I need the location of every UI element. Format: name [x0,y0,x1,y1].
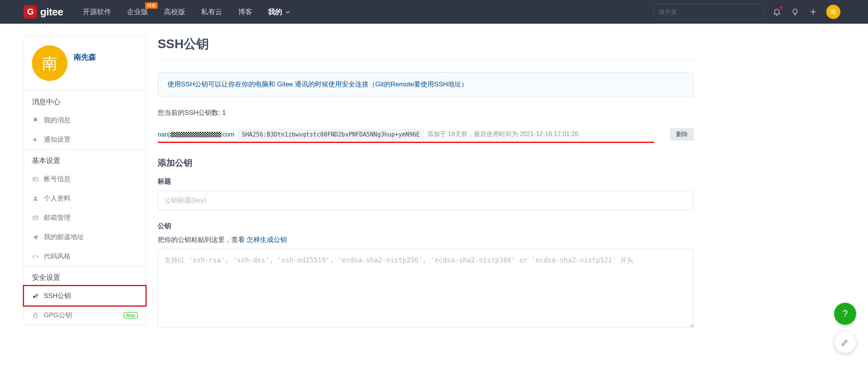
form-group-title: 标题 [158,177,694,210]
main-content: SSH公钥 使用SSH公钥可以让你在你的电脑和 Gitee 通讯的时候使用安全连… [158,36,694,340]
nav-opensource[interactable]: 开源软件 [83,7,111,17]
sidebar-item-label: 我的消息 [44,116,71,125]
svg-point-2 [34,178,35,180]
container: 南 南先森 消息中心 我的消息 通知设置 基本设置 帐号信息 个人资料 [0,24,868,352]
beta-badge: Beta [124,312,138,318]
idcard-icon [32,176,39,182]
svg-point-5 [33,296,35,298]
nav-links: 开源软件 企业版 特惠 高校版 私有云 博客 我的 [83,7,290,17]
feedback-button[interactable] [834,331,856,352]
volume-icon [32,137,39,143]
add-key-title: 添加公钥 [158,157,694,169]
ssh-key-row: nanjcom SHA256:B3Dtn1zbwvqtstc08FND2bxPN… [158,128,694,143]
key-count: 您当前的SSH公钥数: 1 [158,108,694,117]
avatar[interactable]: 南 [826,5,840,19]
nav-enterprise-label: 企业版 [127,8,148,16]
key-email-prefix: nanj [158,131,170,138]
send-icon [32,234,39,240]
sidebar-item-account[interactable]: 帐号信息 [24,169,145,189]
key-meta: 添加于 16天前，最后使用时间为 2021-12-16 17:01:26 [427,130,578,139]
code-icon [32,253,39,260]
sidebar-item-label: GPG公钥 [44,311,72,320]
question-icon: ? [842,308,848,319]
lock-icon [32,312,39,318]
nav-enterprise[interactable]: 企业版 特惠 [127,7,148,17]
sidebar-item-label: 代码风格 [44,252,71,261]
mail-icon [32,215,39,221]
svg-rect-1 [33,177,38,181]
key-hash: SHA256:B3Dtn1zbwvqtstc08FND2bxPNFDA5NNg3… [238,129,423,140]
sidebar-item-label: 邮箱管理 [44,213,71,222]
avatar-large[interactable]: 南 [32,45,67,81]
key-title-input[interactable] [158,191,694,210]
avatar-initial: 南 [830,8,836,16]
plus-icon[interactable] [808,7,818,17]
key-count-prefix: 您当前的SSH公钥数: [158,109,222,116]
sidebar-item-label: SSH公钥 [44,291,71,300]
top-nav: G gitee 开源软件 企业版 特惠 高校版 私有云 博客 我的 [0,0,868,24]
menu-security: 安全设置 SSH公钥 GPG公钥 Beta [24,266,145,325]
field-label-key: 公钥 [158,221,694,230]
key-email-suffix: com [222,131,234,138]
nav-my[interactable]: 我的 [268,7,290,17]
field-hint: 把你的公钥粘贴到这里，查看 怎样生成公钥 [158,235,694,244]
obscured-icon [170,132,222,137]
logo-icon: G [24,5,37,19]
key-count-value: 1 [222,109,225,116]
nav-right: 南 [654,4,840,20]
sidebar-item-label: 个人资料 [44,194,71,203]
sidebar-item-gpg-key[interactable]: GPG公钥 Beta [24,305,145,325]
sidebar-item-ssh-key[interactable]: SSH公钥 [23,285,147,307]
sidebar: 南 南先森 消息中心 我的消息 通知设置 基本设置 帐号信息 个人资料 [24,36,146,325]
sidebar-profile: 南 南先森 [24,36,145,90]
form-group-key: 公钥 把你的公钥粘贴到这里，查看 怎样生成公钥 [158,221,694,329]
sidebar-item-label: 帐号信息 [44,174,71,184]
menu-section-title: 基本设置 [24,149,145,169]
user-icon [32,195,39,202]
info-box: 使用SSH公钥可以让你在你的电脑和 Gitee 通讯的时候使用安全连接（Git的… [158,72,694,96]
annotation-underline [158,142,654,143]
help-button[interactable]: ? [834,303,856,325]
chevron-down-icon [286,8,290,16]
key-icon [32,293,39,299]
key-email[interactable]: nanjcom [158,131,234,138]
username[interactable]: 南先森 [74,52,96,62]
lightbulb-icon[interactable] [790,7,800,17]
edit-icon [840,337,850,347]
nav-blog[interactable]: 博客 [238,7,252,17]
delete-button[interactable]: 删除 [670,128,694,140]
sidebar-item-notification-settings[interactable]: 通知设置 [24,130,145,149]
svg-point-3 [34,196,36,198]
menu-messages: 消息中心 我的消息 通知设置 [24,90,145,149]
notification-dot [779,6,783,10]
nav-university[interactable]: 高校版 [164,7,185,17]
brand-logo[interactable]: G gitee [24,5,63,19]
bell-icon [32,117,39,124]
notification-icon[interactable] [772,7,782,17]
page-title: SSH公钥 [158,36,694,60]
sidebar-item-label: 通知设置 [44,135,71,144]
field-hint-prefix: 把你的公钥粘贴到这里，查看 [158,236,247,244]
menu-section-title: 安全设置 [24,266,145,286]
fab-group: ? [834,303,856,352]
how-to-generate-link[interactable]: 怎样生成公钥 [247,236,287,244]
sidebar-item-profile[interactable]: 个人资料 [24,189,145,208]
menu-section-title: 消息中心 [24,90,145,111]
sidebar-item-email[interactable]: 邮箱管理 [24,208,145,227]
nav-badge-tehui: 特惠 [145,2,158,9]
sidebar-item-code-style[interactable]: 代码风格 [24,247,145,266]
sidebar-item-label: 我的邮递地址 [44,232,84,242]
nav-my-label: 我的 [268,8,282,16]
field-label-title: 标题 [158,177,694,186]
nav-private[interactable]: 私有云 [201,7,222,17]
svg-point-0 [793,9,797,13]
search-input[interactable] [659,9,759,15]
search-input-wrap[interactable] [654,4,764,20]
key-textarea[interactable] [158,249,694,328]
menu-basic: 基本设置 帐号信息 个人资料 邮箱管理 我的邮递地址 代码风格 [24,149,145,266]
sidebar-item-address[interactable]: 我的邮递地址 [24,227,145,247]
svg-rect-6 [34,315,37,318]
brand-name: gitee [40,6,63,18]
sidebar-item-my-messages[interactable]: 我的消息 [24,111,145,130]
